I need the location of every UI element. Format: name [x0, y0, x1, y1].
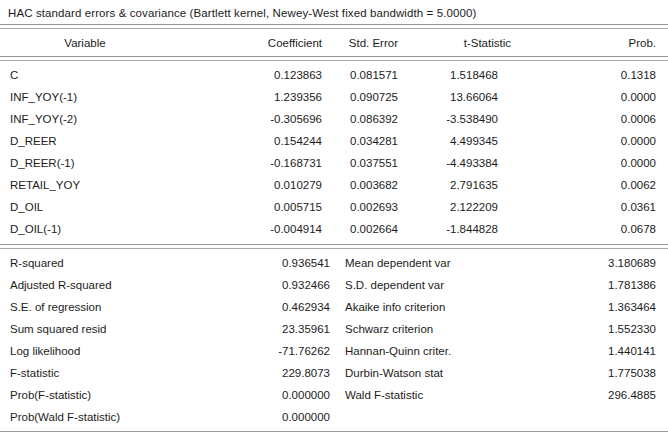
stat-value: 296.4885 [545, 389, 656, 401]
column-header-t-statistic: t-Statistic [411, 37, 511, 49]
stat-value: 1.363464 [545, 301, 656, 313]
table-row: D_OIL(-1) -0.004914 0.002664 -1.844828 0… [0, 218, 668, 240]
t-statistic-cell: 2.122209 [398, 201, 498, 213]
t-statistic-cell: -1.844828 [398, 223, 498, 235]
stat-label: Sum squared resid [10, 323, 230, 335]
stat-value: 0.932466 [230, 279, 330, 291]
t-statistic-cell: 13.66064 [398, 91, 498, 103]
coefficient-cell: 0.010279 [228, 179, 322, 191]
variable-cell: C [10, 69, 228, 81]
prob-cell: 0.0000 [498, 135, 656, 147]
stat-label: Log likelihood [10, 345, 230, 357]
table-row: D_REER(-1) -0.168731 0.037551 -4.493384 … [0, 152, 668, 174]
table-caption: HAC standard errors & covariance (Bartle… [0, 0, 668, 24]
std-error-cell: 0.037551 [322, 157, 398, 169]
column-header-std-error: Std. Error [322, 37, 398, 49]
coefficient-cell: 0.154244 [228, 135, 322, 147]
summary-statistics-section: R-squared 0.936541 Mean dependent var 3.… [0, 249, 668, 431]
table-row: INF_YOY(-2) -0.305696 0.086392 -3.538490… [0, 108, 668, 130]
regression-output-table: HAC standard errors & covariance (Bartle… [0, 0, 668, 432]
summary-row: Sum squared resid 23.35961 Schwarz crite… [0, 318, 668, 340]
std-error-cell: 0.003682 [322, 179, 398, 191]
stat-label: Mean dependent var [330, 257, 545, 269]
prob-cell: 0.0678 [498, 223, 656, 235]
coefficient-cell: -0.004914 [228, 223, 322, 235]
prob-cell: 0.0006 [498, 113, 656, 125]
stat-value: 1.440141 [545, 345, 656, 357]
summary-row: S.E. of regression 0.462934 Akaike info … [0, 296, 668, 318]
prob-cell: 0.0361 [498, 201, 656, 213]
table-row: D_REER 0.154244 0.034281 4.499345 0.0000 [0, 130, 668, 152]
t-statistic-cell: -3.538490 [398, 113, 498, 125]
table-row: INF_YOY(-1) 1.239356 0.090725 13.66064 0… [0, 86, 668, 108]
coefficient-cell: 0.005715 [228, 201, 322, 213]
table-row: D_OIL 0.005715 0.002693 2.122209 0.0361 [0, 196, 668, 218]
stat-value: 229.8073 [230, 367, 330, 379]
stat-label: Adjusted R-squared [10, 279, 230, 291]
stat-label: F-statistic [10, 367, 230, 379]
std-error-cell: 0.090725 [322, 91, 398, 103]
summary-row: F-statistic 229.8073 Durbin-Watson stat … [0, 362, 668, 384]
stat-label: Schwarz criterion [330, 323, 545, 335]
stat-label: Akaike info criterion [330, 301, 545, 313]
std-error-cell: 0.081571 [322, 69, 398, 81]
column-header-variable: Variable [10, 37, 160, 49]
table-row: C 0.123863 0.081571 1.518468 0.1318 [0, 64, 668, 86]
variable-cell: D_REER [10, 135, 228, 147]
summary-row: Adjusted R-squared 0.932466 S.D. depende… [0, 274, 668, 296]
stat-label: S.E. of regression [10, 301, 230, 313]
variable-cell: INF_YOY(-2) [10, 113, 228, 125]
coefficient-cell: -0.168731 [228, 157, 322, 169]
variable-cell: D_REER(-1) [10, 157, 228, 169]
stat-label: Wald F-statistic [330, 389, 545, 401]
stat-label: R-squared [10, 257, 230, 269]
stat-value: 0.936541 [230, 257, 330, 269]
stat-value: 0.462934 [230, 301, 330, 313]
stat-value: 1.775038 [545, 367, 656, 379]
stat-label: Prob(F-statistic) [10, 389, 230, 401]
column-header-coefficient: Coefficient [228, 37, 322, 49]
stat-value: 0.000000 [230, 389, 330, 401]
prob-cell: 0.0000 [498, 157, 656, 169]
t-statistic-cell: 4.499345 [398, 135, 498, 147]
variable-cell: D_OIL(-1) [10, 223, 228, 235]
stat-label: Durbin-Watson stat [330, 367, 545, 379]
coefficient-cell: 0.123863 [228, 69, 322, 81]
stat-value: 1.781386 [545, 279, 656, 291]
stat-label: Hannan-Quinn criter. [330, 345, 545, 357]
summary-row: R-squared 0.936541 Mean dependent var 3.… [0, 252, 668, 274]
t-statistic-cell: 2.791635 [398, 179, 498, 191]
t-statistic-cell: -4.493384 [398, 157, 498, 169]
t-statistic-cell: 1.518468 [398, 69, 498, 81]
stat-value: 1.552330 [545, 323, 656, 335]
variable-cell: INF_YOY(-1) [10, 91, 228, 103]
prob-cell: 0.0062 [498, 179, 656, 191]
std-error-cell: 0.086392 [322, 113, 398, 125]
column-header-prob: Prob. [498, 37, 656, 49]
table-header-row: Variable Coefficient Std. Error t-Statis… [0, 29, 668, 56]
std-error-cell: 0.034281 [322, 135, 398, 147]
coefficient-section: C 0.123863 0.081571 1.518468 0.1318 INF_… [0, 61, 668, 244]
stat-value: -71.76262 [230, 345, 330, 357]
summary-row: Prob(Wald F-statistic) 0.000000 [0, 406, 668, 428]
variable-cell: D_OIL [10, 201, 228, 213]
table-row: RETAIL_YOY 0.010279 0.003682 2.791635 0.… [0, 174, 668, 196]
std-error-cell: 0.002693 [322, 201, 398, 213]
prob-cell: 0.0000 [498, 91, 656, 103]
stat-value: 23.35961 [230, 323, 330, 335]
summary-row: Log likelihood -71.76262 Hannan-Quinn cr… [0, 340, 668, 362]
variable-cell: RETAIL_YOY [10, 179, 228, 191]
summary-row: Prob(F-statistic) 0.000000 Wald F-statis… [0, 384, 668, 406]
stat-label: Prob(Wald F-statistic) [10, 411, 230, 423]
coefficient-cell: -0.305696 [228, 113, 322, 125]
coefficient-cell: 1.239356 [228, 91, 322, 103]
stat-value: 0.000000 [230, 411, 330, 423]
prob-cell: 0.1318 [498, 69, 656, 81]
stat-label: S.D. dependent var [330, 279, 545, 291]
stat-value: 3.180689 [545, 257, 656, 269]
std-error-cell: 0.002664 [322, 223, 398, 235]
